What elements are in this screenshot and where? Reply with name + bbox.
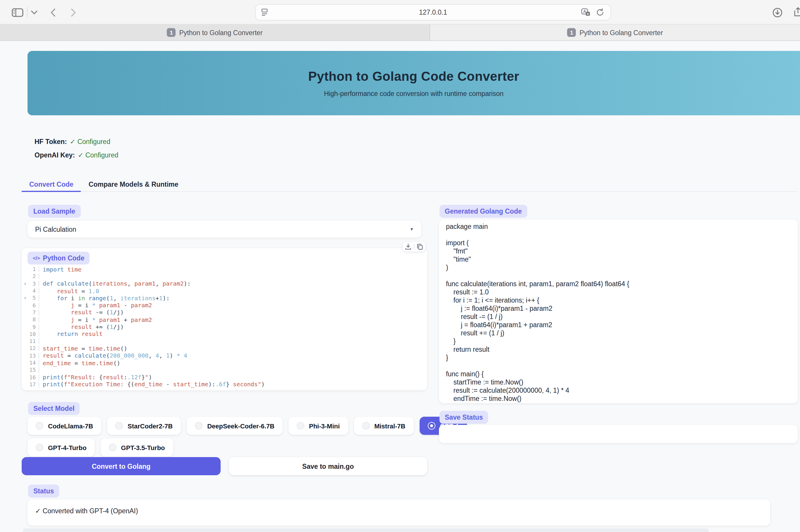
code-line: 9 result += (1/j) [22, 323, 427, 331]
code-line: 7 result -= (1/j) [22, 309, 427, 316]
code-text: return result [39, 331, 103, 337]
golang-code-panel[interactable]: package main import ( "fmt" "time") func… [439, 220, 798, 403]
golang-code-line: j := float64(i)*param1 - param2 [446, 305, 798, 313]
tab-convert-code[interactable]: Convert Code [22, 177, 81, 191]
back-icon[interactable] [50, 0, 56, 24]
forward-icon[interactable] [71, 0, 76, 24]
line-number: 6 [29, 302, 39, 308]
tab-count-badge: 1 [567, 28, 576, 37]
radio-icon [297, 422, 304, 430]
golang-code-line: result := calculate(200000000, 4, 1) * 4 [446, 387, 798, 395]
status-panel: ✓ Converted with GPT-4 (OpenAI) [27, 499, 770, 526]
model-option-deepseek-coder-6.7b[interactable]: DeepSeek-Coder-6.7B [187, 417, 283, 435]
golang-code-line [446, 362, 798, 370]
browser-tab-inactive[interactable]: 1 Python to Golang Converter [430, 24, 800, 40]
radio-icon [195, 422, 203, 430]
copy-code-icon[interactable] [417, 244, 423, 250]
code-line: 11 [22, 338, 427, 345]
golang-code-line: "time" [446, 256, 798, 264]
reader-view-icon[interactable] [261, 5, 268, 20]
golang-code-line: j = float64(i)*param1 + param2 [446, 321, 798, 329]
code-line: ∨3def calculate(iterations, param1, para… [22, 280, 427, 287]
load-sample-label: Load Sample [28, 205, 80, 218]
golang-code-line: package main [446, 223, 798, 231]
svg-text:x: x [587, 12, 589, 16]
line-number: 7 [29, 310, 39, 316]
app-header-banner: Python to Golang Code Converter High-per… [27, 51, 800, 115]
fold-chevron-icon[interactable]: ∨ [22, 281, 29, 286]
radio-icon [109, 444, 116, 451]
golang-code-label: Generated Golang Code [439, 205, 527, 218]
downloads-icon[interactable] [773, 0, 782, 24]
line-number: 13 [29, 353, 39, 359]
browser-tab-active[interactable]: 1 Python to Golang Converter [0, 24, 430, 40]
app-page: Python to Golang Code Converter High-per… [0, 41, 800, 532]
code-line: 8 j = i * param1 + param2 [22, 316, 427, 323]
sample-dropdown[interactable]: Pi Calculation ▼ [27, 221, 421, 238]
python-code-label: </> Python Code [27, 252, 90, 265]
code-text: result = 1.0 [39, 288, 99, 294]
code-line: 12start_time = time.time() [22, 345, 427, 352]
status-label: Status [28, 484, 59, 497]
model-label: Mistral-7B [374, 422, 405, 429]
model-option-mistral-7b[interactable]: Mistral-7B [354, 417, 414, 435]
tab-group-chevron-icon[interactable] [31, 0, 37, 24]
golang-code-line: result := 1.0 [446, 288, 798, 297]
url-bar[interactable]: 127.0.0.1 Ax [255, 4, 611, 20]
model-option-starcoder2-7b[interactable]: StarCoder2-7B [107, 417, 181, 435]
tab-title: Python to Golang Converter [579, 29, 663, 36]
code-text: def calculate(iterations, param1, param2… [39, 280, 191, 287]
code-line: 17print(f"Execution Time: {(end_time - s… [22, 381, 427, 388]
openai-key-value: ✓ Configured [78, 151, 118, 159]
line-number: 10 [29, 331, 39, 337]
sidebar-toggle-icon[interactable] [12, 0, 23, 24]
model-label: GPT-3.5-Turbo [121, 444, 165, 451]
translate-icon[interactable]: Ax [581, 5, 590, 20]
tab-strip: 1 Python to Golang Converter 1 Python to… [0, 24, 800, 41]
radio-icon [362, 422, 369, 430]
tab-compare-models[interactable]: Compare Models & Runtime [81, 177, 186, 191]
line-number: 1 [29, 266, 39, 272]
golang-code-line: endTime := time.Now() [446, 395, 798, 403]
openai-key-row: OpenAI Key: ✓ Configured [35, 148, 118, 162]
model-label: StarCoder2-7B [128, 422, 173, 429]
hf-token-label: HF Token: [35, 138, 67, 145]
model-option-codellama-7b[interactable]: CodeLlama-7B [27, 417, 101, 435]
page-subtitle: High-performance code conversion with ru… [324, 90, 503, 97]
code-text: j = i * param1 - param2 [39, 302, 152, 308]
radio-icon [115, 422, 123, 430]
line-number: 2 [29, 273, 39, 280]
model-option-gpt-4-turbo[interactable]: GPT-4-Turbo [27, 438, 95, 456]
share-icon[interactable] [794, 0, 800, 24]
model-option-phi-3-mini[interactable]: Phi-3-Mini [288, 417, 348, 435]
model-option-gpt-3.5-turbo[interactable]: GPT-3.5-Turbo [101, 438, 173, 456]
line-number: 14 [29, 360, 39, 366]
svg-text:A: A [583, 9, 586, 14]
code-text: start_time = time.time() [39, 345, 127, 352]
code-text: print(f"Result: {result:.12f}") [39, 374, 152, 380]
browser-toolbar: 127.0.0.1 Ax [0, 0, 800, 24]
radio-icon [36, 444, 43, 451]
download-code-icon[interactable] [405, 244, 412, 250]
hf-token-value: ✓ Configured [70, 137, 110, 146]
golang-code-line: } [446, 354, 798, 362]
radio-icon [428, 422, 435, 430]
python-code-editor[interactable]: 1import time2∨3def calculate(iterations,… [22, 266, 427, 388]
code-text: end_time = time.time() [39, 360, 120, 366]
reload-icon[interactable] [596, 5, 604, 20]
golang-code-line: ) [446, 264, 798, 272]
line-number: 3 [29, 281, 39, 286]
line-number: 4 [29, 288, 39, 294]
line-number: 12 [29, 346, 39, 352]
next-section-edge [23, 529, 709, 532]
code-text: import time [39, 266, 82, 272]
code-text: result = calculate(200_000_000, 4, 1) * … [39, 352, 187, 359]
code-line: 6 j = i * param1 - param2 [22, 302, 427, 309]
save-status-panel [439, 425, 798, 443]
convert-button[interactable]: Convert to Golang [22, 457, 221, 475]
save-button[interactable]: Save to main.go [229, 457, 427, 475]
line-number: 15 [29, 367, 39, 373]
fold-chevron-icon[interactable]: ∨ [22, 296, 29, 301]
golang-code-line: func calculate(iterations int, param1, p… [446, 280, 798, 288]
model-label: Phi-3-Mini [309, 422, 340, 429]
